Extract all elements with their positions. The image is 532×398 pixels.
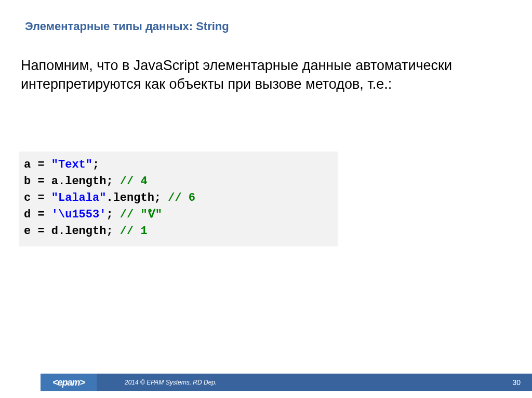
code-text: b = a.length; — [24, 175, 120, 188]
body-paragraph: Напомним, что в JavaScript элементарные … — [21, 56, 488, 94]
code-text: d = — [24, 208, 51, 221]
code-comment: // 4 — [120, 175, 148, 188]
footer: <epam> 2014 © EPAM Systems, RD Dep. 30 — [0, 374, 532, 391]
code-string: '\u1553' — [51, 208, 107, 221]
code-text: c = — [24, 191, 51, 204]
code-comment: // 6 — [168, 191, 195, 204]
code-string: "Lalala" — [51, 191, 107, 204]
footer-bar — [41, 374, 532, 391]
code-comment: // 1 — [120, 225, 148, 238]
code-text: a = — [24, 158, 51, 171]
code-block: a = "Text"; b = a.length; // 4 c = "Lala… — [19, 152, 338, 246]
code-text: e = d.length; — [24, 225, 120, 238]
code-text: ; — [106, 208, 119, 221]
slide: Элементарные типы данных: String Напомни… — [0, 0, 532, 398]
copyright-text: 2014 © EPAM Systems, RD Dep. — [125, 374, 217, 391]
epam-logo: <epam> — [41, 374, 97, 391]
page-number: 30 — [512, 374, 521, 391]
slide-title: Элементарные типы данных: String — [25, 20, 229, 33]
code-text: .length; — [106, 191, 168, 204]
code-text: ; — [92, 158, 99, 171]
code-comment: // "ᕓ" — [120, 208, 162, 221]
code-string: "Text" — [51, 158, 92, 171]
